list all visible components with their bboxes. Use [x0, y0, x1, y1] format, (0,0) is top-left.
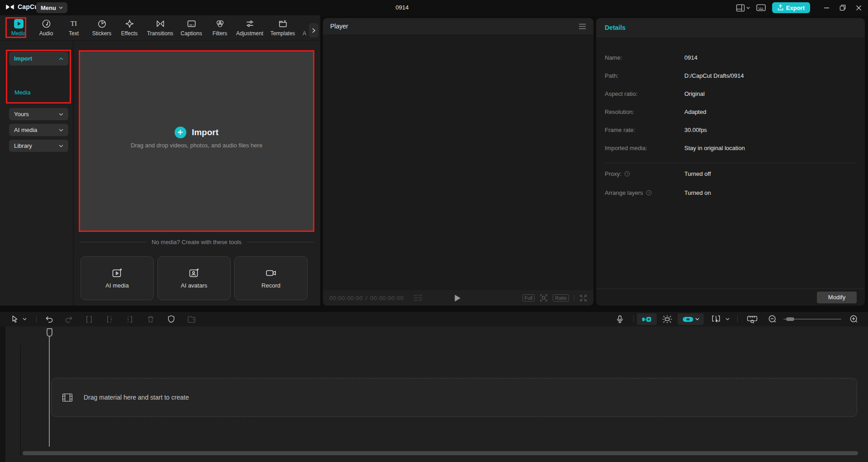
link-icon [683, 316, 693, 322]
timeline: Drag material here and start to create [0, 326, 868, 462]
ai-media-icon [112, 268, 123, 278]
media-tab-icon [14, 19, 24, 28]
full-preview-button[interactable]: Full [522, 294, 535, 302]
tab-audio[interactable]: Audio [31, 19, 62, 39]
timeline-zoom-slider[interactable] [783, 315, 841, 324]
ai-media-button[interactable]: AI media [81, 256, 154, 300]
timeline-toolbar [0, 312, 868, 326]
tab-stickers[interactable]: Stickers [86, 19, 117, 39]
details-title: Details [605, 24, 626, 31]
export-button[interactable]: Export [772, 2, 810, 13]
chevron-down-icon [59, 6, 63, 9]
import-drop-zone[interactable]: Import Drag and drop videos, photos, and… [80, 51, 313, 231]
fit-zoom-icon[interactable] [540, 294, 548, 302]
magnetic-timeline-toggle[interactable] [637, 313, 657, 325]
restore-button[interactable] [840, 5, 846, 11]
split-button[interactable] [85, 315, 94, 324]
tab-transitions[interactable]: Transitions [145, 19, 175, 39]
undo-button[interactable] [44, 315, 53, 324]
timeline-drop-zone[interactable]: Drag material here and start to create [51, 378, 857, 417]
tab-text[interactable]: TI Text [58, 19, 89, 39]
cursor-mode-chevron[interactable] [22, 315, 27, 324]
redo-button[interactable] [64, 315, 73, 324]
close-button[interactable] [856, 5, 862, 11]
import-zone-hint: Drag and drop videos, photos, and audio … [131, 142, 262, 149]
auto-snap-toggle[interactable] [661, 315, 673, 324]
sidebar-group-yours[interactable]: Yours [9, 108, 68, 120]
player-menu-icon[interactable] [579, 24, 586, 29]
playhead-line [49, 337, 50, 447]
playhead-handle[interactable] [47, 328, 52, 337]
detail-row-arrange-layers: Arrange layers ? Turned on [605, 189, 856, 197]
timecode: 00:00:00:00/00:00:00:00 [329, 295, 404, 302]
select-mode-chevron[interactable] [725, 315, 730, 324]
detail-row-frame-rate: Frame rate: 30.00fps [605, 126, 856, 134]
project-title: 0914 [357, 4, 447, 11]
menu-button[interactable]: Menu [36, 2, 67, 13]
titlebar: CapCut Menu 0914 Export [0, 0, 868, 15]
cover-mask-button[interactable] [166, 315, 175, 324]
player-panel: Player 00:00:00:00/00:00:00:00 Full Rati… [323, 18, 593, 306]
tab-captions[interactable]: Captions [176, 19, 207, 39]
transitions-tab-icon [156, 19, 165, 28]
sidebar-divider [73, 41, 74, 306]
delete-button[interactable] [146, 315, 155, 324]
link-clips-toggle[interactable] [678, 313, 704, 325]
timeline-gutter [0, 326, 5, 462]
media-library-panel: Media Audio TI Text Stickers [0, 15, 320, 306]
ribbon-tab-strip: Media Audio TI Text Stickers [0, 15, 320, 41]
select-cursor-button[interactable] [10, 315, 19, 324]
trim-left-button[interactable] [105, 315, 114, 324]
track-head-divider [20, 345, 21, 456]
detail-row-imported-media: Imported media: Stay in original locatio… [605, 144, 856, 152]
keyboard-shortcuts-button[interactable] [756, 4, 766, 11]
audio-tab-icon [42, 19, 51, 28]
ai-avatars-button[interactable]: AI avatars [157, 256, 231, 300]
minimize-button[interactable] [824, 5, 830, 11]
captions-tab-icon [187, 19, 196, 28]
slider-handle[interactable] [786, 317, 794, 321]
help-icon[interactable]: ? [624, 171, 630, 177]
details-panel: Details Name: 0914 Path: D:/CapCut Draft… [596, 18, 865, 306]
trim-right-button[interactable] [125, 315, 134, 324]
sidebar-group-import[interactable]: Import [9, 52, 68, 66]
record-button[interactable]: Record [234, 256, 308, 300]
import-zone-title: Import [192, 127, 218, 137]
zoom-in-button[interactable] [849, 315, 859, 324]
tab-adjustment[interactable]: Adjustment [234, 19, 265, 39]
effects-tab-icon [125, 19, 134, 28]
help-icon[interactable]: ? [646, 190, 652, 196]
modify-button[interactable]: Modify [817, 292, 857, 303]
svg-text:TI: TI [71, 19, 77, 27]
layout-switch-button[interactable] [736, 4, 750, 12]
detail-row-name: Name: 0914 [605, 53, 856, 61]
more-tabs-button[interactable] [309, 23, 318, 38]
tab-templates[interactable]: Templates [267, 19, 298, 39]
chevron-down-icon [746, 7, 750, 9]
tab-effects[interactable]: Effects [114, 19, 145, 39]
chevron-down-icon [59, 113, 63, 116]
zoom-out-button[interactable] [767, 315, 778, 324]
fullscreen-icon[interactable] [579, 294, 587, 302]
create-subproject-button[interactable] [187, 315, 196, 324]
tab-media[interactable]: Media [3, 19, 34, 39]
detail-row-path: Path: D:/CapCut Drafts/0914 [605, 71, 856, 80]
play-button[interactable] [454, 294, 461, 302]
text-tab-icon: TI [69, 19, 79, 28]
sidebar-group-library[interactable]: Library [9, 140, 68, 152]
record-voiceover-button[interactable] [615, 315, 624, 324]
create-tools-divider: No media? Create with these tools [80, 239, 313, 245]
timeline-scrollbar[interactable] [23, 451, 858, 455]
export-icon [778, 5, 783, 11]
sidebar-item-media[interactable]: Media [14, 89, 30, 96]
partial-tab-label: A [303, 30, 306, 37]
select-adjacent-button[interactable] [710, 315, 722, 324]
sidebar-group-ai-media[interactable]: AI media [9, 124, 68, 136]
tab-filters[interactable]: Filters [204, 19, 235, 39]
capcut-logo: CapCut [5, 3, 41, 10]
timeline-scale-button[interactable] [746, 315, 758, 324]
chevron-down-icon [59, 145, 63, 147]
chevron-right-icon [312, 28, 315, 33]
player-controls: 00:00:00:00/00:00:00:00 Full Ratio [323, 290, 593, 306]
ratio-button[interactable]: Ratio [553, 294, 569, 302]
